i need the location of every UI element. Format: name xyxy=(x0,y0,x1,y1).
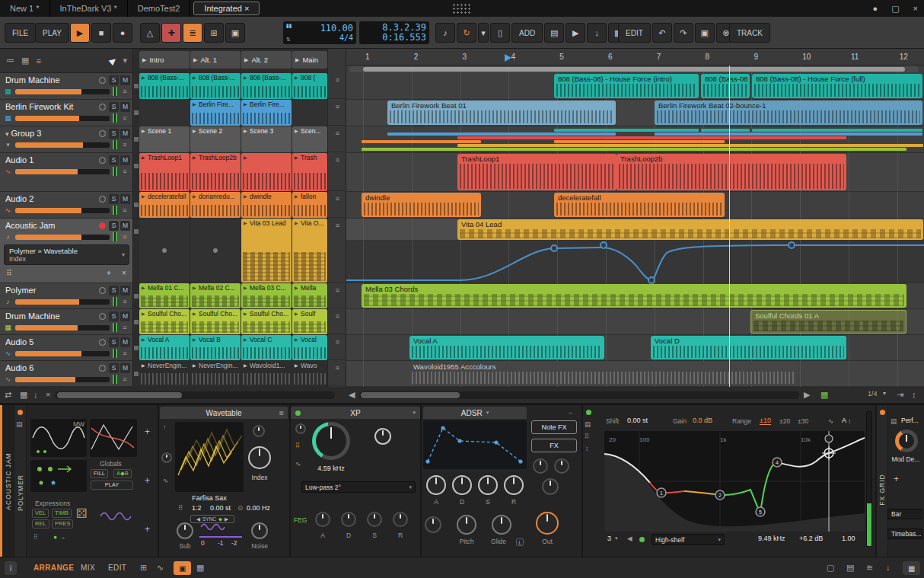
track-stop-button[interactable] xyxy=(134,164,139,168)
scroll-left-icon[interactable]: ◀ xyxy=(349,390,355,400)
eq-band-handle[interactable]: 5 xyxy=(756,507,765,516)
lane-menu-icon[interactable]: ≡ xyxy=(328,192,347,218)
automation-point[interactable] xyxy=(789,242,795,248)
track-name[interactable]: Acoustic Jam xyxy=(5,221,91,230)
pres-chip[interactable]: PRES xyxy=(52,519,73,529)
volume-slider[interactable] xyxy=(15,377,110,382)
launcher-scroll-thumb[interactable] xyxy=(57,392,182,398)
wavetable-small-knob[interactable] xyxy=(161,452,172,463)
volume-slider[interactable] xyxy=(15,89,110,94)
sub-octave-slider[interactable] xyxy=(199,536,242,538)
lane-menu-icon[interactable]: ≡ xyxy=(328,153,347,191)
add-filter-button[interactable]: + xyxy=(142,475,153,487)
arranger-clip[interactable]: deceleratefall xyxy=(554,193,725,217)
mute-button[interactable]: M xyxy=(120,337,130,347)
glide-knob[interactable] xyxy=(492,515,511,535)
fxgrid-macro-knob[interactable] xyxy=(895,430,918,452)
xp-header[interactable]: XP ▾ xyxy=(291,407,420,419)
lane-menu-icon[interactable]: ≡ xyxy=(328,361,347,386)
hz-value[interactable]: 0.00 Hz xyxy=(247,504,270,512)
launcher-clip[interactable]: ▶808 (Bass-... xyxy=(190,73,241,99)
launcher-clip[interactable]: ▶Trash xyxy=(292,153,327,191)
polymer-menu-icon[interactable]: ▤ xyxy=(16,420,23,428)
eq-band-gain[interactable]: +6.2 dB xyxy=(799,535,823,542)
volume-slider[interactable] xyxy=(15,208,110,213)
eq-band-power-button[interactable] xyxy=(639,537,645,542)
arranger-clip[interactable]: Wavoloid1955 Acccolours xyxy=(409,362,796,385)
launcher-clip[interactable]: ▶Mella xyxy=(292,283,327,308)
slide-icon[interactable]: ⠿ xyxy=(178,504,183,512)
solo-button[interactable]: S xyxy=(109,102,119,112)
session-dot-icon[interactable]: ● xyxy=(873,4,878,13)
menu-icon[interactable]: ≡ xyxy=(36,56,40,65)
eq-grid-icon[interactable]: ⠿ xyxy=(585,433,589,440)
octave-minus2[interactable]: -2 xyxy=(231,539,237,547)
arranger-clip[interactable]: Berlin Firework Beat 01 xyxy=(387,101,616,125)
eq-curve-display[interactable]: 201001k10k1254 xyxy=(604,431,865,532)
fxgrid-perf-label[interactable]: Perf... xyxy=(901,417,919,424)
metronome-button[interactable]: △ xyxy=(140,23,160,43)
tools-icon[interactable]: ⊞ xyxy=(140,563,147,573)
redo-button[interactable]: ↷ xyxy=(674,23,693,43)
record-arm-button[interactable] xyxy=(99,339,106,346)
fill-chip[interactable]: FILL xyxy=(91,469,108,478)
feg-label[interactable]: FEG xyxy=(294,516,307,524)
record-arm-button[interactable] xyxy=(99,287,106,294)
fxgrid-power-button[interactable] xyxy=(880,410,885,415)
arranger-clip[interactable]: Mella 03 Chords xyxy=(362,284,906,308)
add-oscillator-button[interactable]: + xyxy=(142,426,153,438)
zoom-vertical-icon[interactable]: ↕ xyxy=(912,390,916,399)
undo-button[interactable]: ↶ xyxy=(652,23,672,43)
release-knob[interactable] xyxy=(504,475,524,495)
solo-button[interactable]: S xyxy=(109,155,119,165)
xp-slide-icon[interactable]: ⠿ xyxy=(295,442,300,449)
count-in-icon[interactable]: ▮▮ xyxy=(286,23,292,29)
dice-icon[interactable]: ⚄ xyxy=(76,506,88,522)
track-row[interactable]: Audio 1SM∿≡ xyxy=(0,153,133,192)
modulator-button[interactable]: ⠿ xyxy=(4,269,14,277)
dual-panel-button[interactable]: ▣ xyxy=(174,561,191,575)
track-stop-button[interactable] xyxy=(134,110,139,115)
launcher-clip[interactable]: ▶dorianredu... xyxy=(190,192,241,218)
solo-button[interactable]: S xyxy=(109,194,119,204)
spectrum-icon[interactable]: ∿ xyxy=(828,417,833,425)
info-button[interactable]: i xyxy=(5,561,17,575)
track-name[interactable]: Drum Machine xyxy=(5,311,91,321)
xp-drive-knob[interactable] xyxy=(295,423,306,434)
auto-scroll-icon[interactable]: ↓ xyxy=(33,390,38,399)
eq-band-value[interactable]: 3 xyxy=(607,535,611,542)
pitch-knob[interactable] xyxy=(457,515,476,535)
curve-knob[interactable] xyxy=(425,516,441,533)
scene-header[interactable]: ▶Alt. 2 xyxy=(241,51,292,69)
output-route-icon[interactable]: → xyxy=(566,408,573,416)
punch-in-out-icon[interactable]: ▯ xyxy=(490,23,510,43)
record-arm-button[interactable] xyxy=(99,77,106,84)
arranger-clip[interactable]: Vocal A xyxy=(409,336,604,359)
launcher-clip[interactable]: ▶NeverEngin... xyxy=(190,361,241,386)
launcher-clip[interactable]: ▶Soulful Cho... xyxy=(139,309,190,334)
close-window-icon[interactable]: × xyxy=(913,4,918,13)
tap-tempo-icon[interactable]: ⇅ xyxy=(286,37,292,43)
titlebar-tab[interactable]: Integrated × xyxy=(193,2,260,15)
cue-marker-icon[interactable] xyxy=(505,54,511,62)
track-row[interactable]: Audio 5SM∿≡ xyxy=(0,335,133,361)
automation-curve[interactable] xyxy=(346,240,924,283)
track-stop-button[interactable] xyxy=(134,320,139,324)
track-row[interactable]: PolymerSM♪≡ xyxy=(0,283,133,309)
eq-prev-band-icon[interactable]: ◀ xyxy=(627,535,632,542)
solo-button[interactable]: S xyxy=(109,337,119,347)
click-volume-icon[interactable]: ♪ xyxy=(435,23,455,43)
grid-resolution-chevron-icon[interactable]: ▾ xyxy=(883,390,886,397)
eq-band-q[interactable]: 1.00 xyxy=(842,535,855,542)
scroll-right-icon[interactable]: ▶ xyxy=(804,390,810,400)
track-menu-icon[interactable]: ≡ xyxy=(120,298,129,305)
detune-value[interactable]: 0.00 st xyxy=(210,504,231,512)
mute-button[interactable]: M xyxy=(120,75,130,85)
solo-button[interactable]: S xyxy=(109,363,119,373)
eq-band-freq[interactable]: 9.49 kHz xyxy=(758,535,785,542)
ab-morph-chip[interactable]: A◆B xyxy=(113,469,132,478)
draw-tool-icon[interactable]: ∿ xyxy=(157,563,164,573)
lane-menu-icon[interactable]: ≡ xyxy=(328,309,347,334)
track-stop-button[interactable] xyxy=(134,346,139,350)
track-stop-button[interactable] xyxy=(134,294,139,299)
